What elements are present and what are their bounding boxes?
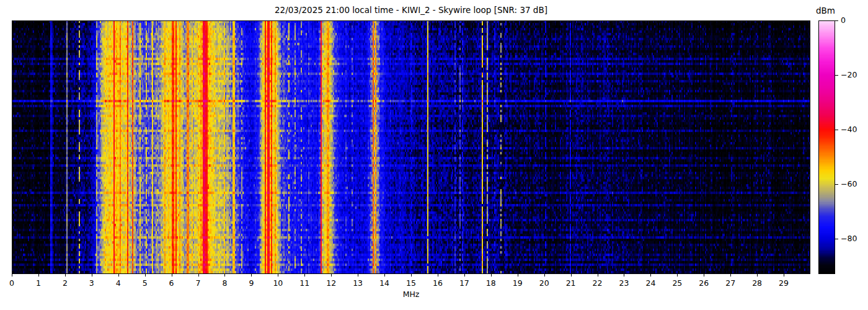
x-axis-tick-label: 19 [510,278,526,288]
x-axis-tick [384,274,385,277]
x-axis-tick [92,274,92,277]
x-axis-tick-label: 13 [350,278,366,288]
x-axis-tick [518,274,518,277]
x-axis-tick-label: 14 [376,278,392,288]
x-axis-tick [650,274,651,277]
colorbar-tick-label: −80 [841,234,866,244]
x-axis-tick-label: 3 [84,278,100,288]
colorbar-tick [835,239,838,239]
spectrogram-figure: 22/03/2025 21:00 local time - KIWI_2 - S… [0,0,868,310]
x-axis-tick-label: 1 [30,278,46,288]
x-axis-tick-label: 22 [590,278,606,288]
x-axis-tick-label: 8 [216,278,232,288]
x-axis-tick [704,274,704,277]
x-axis-tick [12,274,12,277]
colorbar-tick [835,130,838,130]
x-axis-tick [464,274,465,277]
x-axis-tick [784,274,784,277]
x-axis-tick-label: 24 [642,278,658,288]
colorbar-tick [835,184,838,185]
colorbar-canvas [818,20,835,274]
x-axis-tick [757,274,758,277]
colorbar-tick [835,20,838,21]
x-axis-tick-label: 15 [403,278,419,288]
x-axis-tick-label: 28 [749,278,765,288]
x-axis-tick [198,274,199,277]
x-axis-tick-label: 10 [270,278,286,288]
x-axis-tick [624,274,624,277]
x-axis-tick-label: 17 [456,278,472,288]
spectrogram-canvas [12,20,810,274]
x-axis-tick [730,274,731,277]
x-axis-tick-label: 6 [164,278,180,288]
x-axis-tick-label: 7 [190,278,206,288]
x-axis-tick [118,274,119,277]
colorbar-label: dBm [816,6,847,16]
x-axis-tick-label: 27 [722,278,738,288]
x-axis-tick [278,274,278,277]
colorbar-tick-label: 0 [841,16,866,25]
x-axis-tick [304,274,305,277]
x-axis-tick-label: 16 [430,278,446,288]
x-axis-tick-label: 0 [4,278,20,288]
x-axis-tick-label: 25 [669,278,685,288]
x-axis-tick-label: 4 [110,278,126,288]
x-axis-tick [38,274,39,277]
x-axis-tick [65,274,66,277]
x-axis-tick [544,274,545,277]
x-axis-tick [598,274,598,277]
x-axis-tick-label: 9 [243,278,259,288]
x-axis-tick-label: 26 [696,278,712,288]
x-axis-tick-label: 12 [323,278,339,288]
x-axis-tick-label: 21 [563,278,579,288]
x-axis-tick-label: 11 [296,278,312,288]
x-axis-tick [358,274,358,277]
x-axis-tick [172,274,172,277]
x-axis-tick [677,274,678,277]
x-axis-tick-label: 5 [137,278,153,288]
x-axis-tick [224,274,225,277]
x-axis-tick [438,274,438,277]
x-axis-tick [491,274,492,277]
x-axis-label: MHz [12,290,810,299]
x-axis-tick [411,274,412,277]
colorbar-tick-label: −60 [841,179,866,189]
x-axis-tick-label: 29 [776,278,792,288]
colorbar-tick-label: −40 [841,125,866,135]
x-axis-tick [571,274,572,277]
x-axis-tick-label: 2 [57,278,73,288]
x-axis-tick-label: 23 [616,278,632,288]
x-axis-tick [145,274,146,277]
colorbar-tick-label: −20 [841,70,866,80]
x-axis-tick [251,274,252,277]
chart-title: 22/03/2025 21:00 local time - KIWI_2 - S… [12,4,810,16]
x-axis-tick [331,274,332,277]
x-axis-tick-label: 20 [536,278,552,288]
x-axis-tick-label: 18 [483,278,499,288]
colorbar-tick [835,75,838,76]
